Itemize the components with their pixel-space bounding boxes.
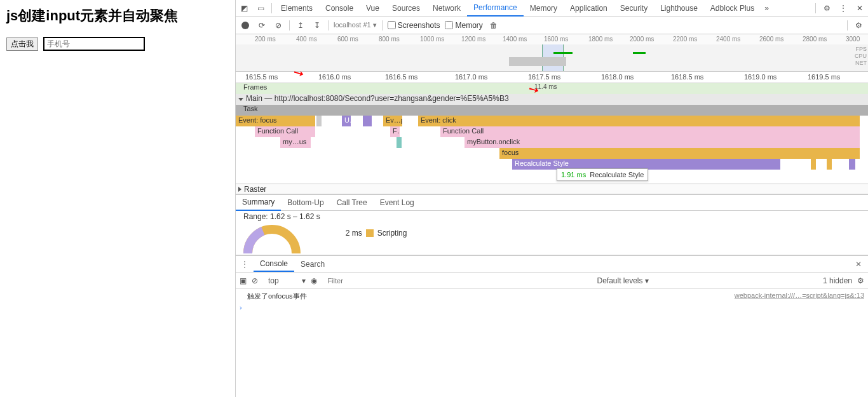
console-drawer: ⋮ Console Search ✕ ▣ ⊘ top ▾ ◉ Default l…	[236, 255, 868, 397]
bar[interactable]	[397, 137, 402, 148]
tab-bottomup[interactable]: Bottom-Up	[281, 195, 330, 210]
focus-bar[interactable]: focus	[499, 148, 860, 159]
phone-input[interactable]	[43, 37, 145, 51]
tab-memory[interactable]: Memory	[524, 1, 564, 16]
bar[interactable]	[811, 159, 816, 170]
tab-elements[interactable]: Elements	[275, 1, 319, 16]
range-text: Range: 1.62 s – 1.62 s	[243, 212, 320, 221]
page-content: js创建input元素并自动聚焦 点击我	[0, 0, 235, 397]
tab-adblock[interactable]: Adblock Plus	[704, 1, 761, 16]
drawer-close-icon[interactable]: ✕	[849, 260, 868, 269]
chevron-down-icon[interactable]	[238, 98, 243, 101]
context-select[interactable]: top ▾	[268, 276, 306, 285]
tab-calltree[interactable]: Call Tree	[330, 195, 374, 210]
memory-checkbox[interactable]: Memory	[445, 21, 482, 30]
legend-scripting: 2 ms Scripting	[346, 229, 407, 238]
event-focus-bar[interactable]: Event: focus	[236, 116, 315, 126]
tooltip: 1.91 ms Recalculate Style	[557, 168, 648, 181]
onclick-bar[interactable]: myButton.onclick	[465, 137, 860, 148]
summary-panel: Range: 1.62 s – 1.62 s 2 ms Scripting	[236, 211, 868, 255]
evp-bar[interactable]: Ev…p	[383, 116, 402, 126]
flame-row: Recalculate Style	[236, 159, 868, 170]
target-select[interactable]: localhost #1 ▾	[334, 21, 377, 29]
task-row[interactable]: Task	[236, 105, 868, 116]
detail-ruler: 1615.5 ms 1616.0 ms 1616.5 ms 1617.0 ms …	[236, 72, 868, 83]
function-call-bar[interactable]: Function Call	[255, 126, 315, 137]
detail-tabs: Summary Bottom-Up Call Tree Event Log	[236, 194, 868, 211]
perf-gear-icon[interactable]: ⚙	[853, 20, 864, 31]
screenshots-checkbox[interactable]: Screenshots	[388, 21, 440, 30]
device-icon[interactable]: ▭	[252, 4, 269, 13]
raster-lane[interactable]: Raster	[236, 184, 868, 194]
bar[interactable]	[849, 159, 855, 170]
eye-icon[interactable]: ◉	[311, 276, 317, 285]
separator	[382, 20, 383, 30]
flame-row	[236, 170, 868, 184]
load-icon[interactable]: ↥	[295, 20, 306, 31]
reload-record-button[interactable]: ⟳	[256, 20, 268, 31]
tab-performance[interactable]: Performance	[467, 0, 524, 17]
devtools-panel: ◩ ▭ Elements Console Vue Sources Network…	[235, 0, 868, 397]
log-message: 触发了onfocus事件	[240, 292, 307, 301]
console-prompt[interactable]: ›	[240, 302, 864, 313]
console-gear-icon[interactable]: ⚙	[857, 276, 864, 285]
inspect-icon[interactable]: ◩	[236, 4, 252, 13]
tab-security[interactable]: Security	[614, 1, 654, 16]
tabs-overflow-icon[interactable]: »	[761, 4, 773, 13]
flame-row: Event: focus U… Ev…p Event: click	[236, 116, 868, 126]
console-log-line: 触发了onfocus事件 webpack-internal:///…=scrip…	[240, 290, 864, 302]
bar[interactable]	[827, 159, 832, 170]
separator	[847, 20, 848, 30]
drawer-tabs: ⋮ Console Search ✕	[236, 256, 868, 273]
console-filter[interactable]	[327, 277, 423, 285]
u-bar[interactable]: U…	[342, 116, 351, 126]
f-bar[interactable]: F…	[390, 126, 400, 137]
separator	[271, 3, 272, 13]
tab-sources[interactable]: Sources	[386, 1, 426, 16]
console-body: 触发了onfocus事件 webpack-internal:///…=scrip…	[236, 289, 868, 314]
flame-row: Function Call F… Function Call	[236, 126, 868, 137]
levels-select[interactable]: Default levels ▾	[597, 276, 648, 285]
frames-lane[interactable]: Frames 11.4 ms	[236, 83, 868, 94]
perf-toolbar: ⟳ ⊘ ↥ ↧ localhost #1 ▾ Screenshots Memor…	[236, 17, 868, 34]
tab-lighthouse[interactable]: Lighthouse	[654, 1, 704, 16]
overview-pane[interactable]: 200 ms 400 ms 600 ms 800 ms 1000 ms 1200…	[236, 34, 868, 72]
function-call-bar[interactable]: Function Call	[440, 126, 860, 137]
gear-icon[interactable]: ⚙	[818, 4, 835, 13]
mous-bar[interactable]: my…us	[280, 137, 311, 148]
devtools-tabbar: ◩ ▭ Elements Console Vue Sources Network…	[236, 0, 868, 17]
event-click-bar[interactable]: Event: click	[418, 116, 860, 126]
drawer-menu-icon[interactable]: ⋮	[236, 260, 254, 269]
separator	[815, 3, 816, 13]
drawer-tab-console[interactable]: Console	[254, 257, 294, 272]
bar[interactable]	[316, 116, 322, 126]
minimap[interactable]: FPSCPUNET	[236, 44, 868, 71]
tab-vue[interactable]: Vue	[360, 1, 386, 16]
sidebar-toggle-icon[interactable]: ▣	[240, 276, 247, 285]
tab-console[interactable]: Console	[319, 1, 360, 16]
clear-button[interactable]: ⊘	[273, 20, 284, 31]
tab-network[interactable]: Network	[426, 1, 467, 16]
main-lane[interactable]: Main — http://localhost:8080/Second?user…	[236, 94, 868, 105]
kebab-icon[interactable]: ⋮	[835, 4, 851, 13]
separator	[328, 20, 329, 30]
trigger-button[interactable]: 点击我	[6, 37, 38, 51]
flame-row: focus	[236, 148, 868, 159]
save-icon[interactable]: ↧	[311, 20, 323, 31]
drawer-tab-search[interactable]: Search	[294, 257, 331, 271]
page-title: js创建input元素并自动聚焦	[6, 6, 229, 25]
tab-eventlog[interactable]: Event Log	[374, 195, 421, 210]
log-source-link[interactable]: webpack-internal:///…=script&lang=js&:13	[735, 292, 864, 301]
bar[interactable]	[363, 116, 372, 126]
flame-row: my…us myButton.onclick	[236, 137, 868, 148]
clear-console-icon[interactable]: ⊘	[252, 276, 258, 285]
close-icon[interactable]: ✕	[851, 4, 868, 13]
tab-summary[interactable]: Summary	[236, 194, 281, 211]
gc-icon[interactable]: 🗑	[488, 20, 499, 31]
legend-swatch	[366, 229, 374, 237]
record-button[interactable]	[240, 20, 251, 31]
hidden-count[interactable]: 1 hidden	[823, 276, 852, 285]
chevron-right-icon[interactable]	[238, 187, 241, 192]
tab-application[interactable]: Application	[564, 1, 614, 16]
flame-chart[interactable]: Frames 11.4 ms Main — http://localhost:8…	[236, 83, 868, 194]
